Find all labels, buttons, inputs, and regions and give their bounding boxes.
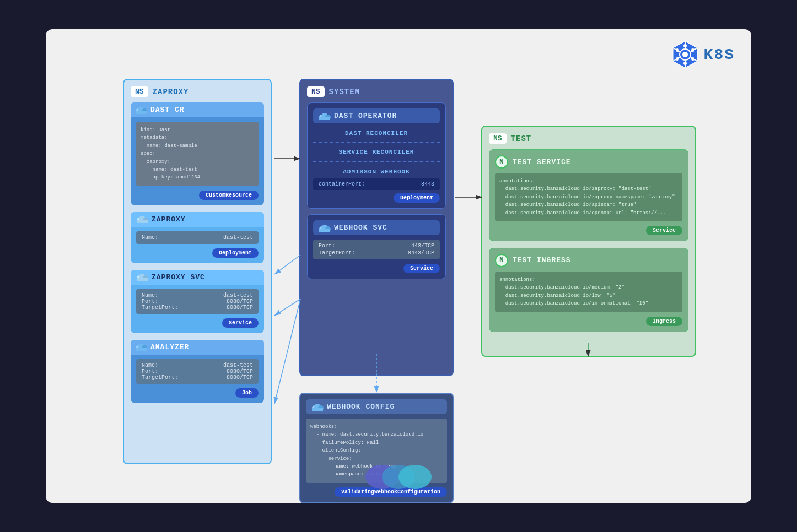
k8s-icon	[671, 40, 699, 69]
test-ingress-card: N TEST INGRESS annotations: dast.securit…	[489, 248, 688, 332]
dast-cr-card: DAST CR kind: Dast metadata: name: dast-…	[131, 102, 264, 205]
dast-operator-badge: Deployment	[394, 193, 440, 203]
cloud-icon-analyzer	[135, 343, 147, 351]
analyzer-badge: Job	[235, 388, 259, 398]
dast-reconciler-label: DAST RECONCILER	[313, 128, 440, 139]
zaproxy-card: ZAPROXY Name: dast-test Deployment	[131, 212, 264, 263]
svg-rect-22	[137, 220, 148, 223]
analyzer-title: ANALYZER	[150, 343, 189, 351]
ns-system-badge: NS	[307, 86, 325, 97]
svg-rect-42	[312, 408, 323, 411]
divider2	[313, 161, 440, 162]
ns-system-title: SYSTEM	[329, 88, 360, 96]
service-reconciler-label: SERVICE RECONCILER	[313, 146, 440, 158]
banzai-logo	[363, 462, 434, 492]
dast-operator-card: DAST OPERATOR DAST RECONCILER SERVICE RE…	[307, 102, 446, 209]
svg-line-48	[274, 299, 300, 316]
test-service-title: TEST SERVICE	[513, 158, 571, 166]
zaproxy-svc-card: ZAPROXY SVC Name: dast-test Port: 8080/T…	[131, 270, 264, 333]
dast-operator-title: DAST OPERATOR	[334, 112, 397, 120]
cloud-icon-webhook-svc	[319, 224, 331, 232]
zaproxy-name-row: Name: dast-test	[136, 231, 259, 244]
main-diagram: K8S NS ZAPROXY DAST CR kind: Dast metada…	[46, 29, 751, 503]
ns-test-badge: NS	[489, 133, 507, 144]
svg-rect-34	[319, 117, 330, 120]
svg-point-14	[676, 57, 679, 61]
webhook-svc-header: WEBHOOK SVC	[313, 220, 440, 235]
zaproxy-title: ZAPROXY	[152, 215, 186, 224]
dast-operator-header: DAST OPERATOR	[313, 108, 440, 123]
svg-rect-26	[137, 278, 148, 281]
webhook-svc-card: WEBHOOK SVC Port: 443/TCP TargetPort: 84…	[307, 214, 446, 279]
ns-test-title: TEST	[511, 134, 532, 143]
webhook-svc-title: WEBHOOK SVC	[334, 224, 387, 232]
webhook-config-header: WEBHOOK CONFIG	[306, 399, 447, 414]
k8s-label: K8S	[704, 46, 735, 63]
analyzer-card: ANALYZER Name: dast-test Port: 8080/TCP …	[131, 340, 264, 403]
svg-point-54	[399, 465, 432, 489]
k8s-logo: K8S	[671, 40, 735, 69]
svg-rect-38	[319, 229, 330, 232]
svg-rect-30	[136, 348, 147, 351]
svg-line-49	[274, 299, 300, 404]
test-ingress-body: annotations: dast.security.banzaicloud.i…	[495, 272, 682, 312]
zaproxy-svc-title: ZAPROXY SVC	[152, 273, 205, 281]
test-service-header: N TEST SERVICE	[495, 155, 682, 169]
ns-zaproxy-badge: NS	[131, 86, 148, 97]
zaproxy-svc-body: Name: dast-test Port: 8080/TCP TargetPor…	[136, 289, 259, 314]
zaproxy-badge: Deployment	[212, 248, 259, 258]
ns-test-header: NS TEST	[489, 133, 688, 144]
test-ingress-header: N TEST INGRESS	[495, 254, 682, 267]
cloud-icon-zaproxy-svc	[136, 273, 148, 281]
test-service-badge: Service	[646, 226, 682, 235]
banzai-icon	[363, 462, 434, 492]
divider1	[313, 142, 440, 143]
webhook-svc-badge: Service	[403, 264, 440, 273]
test-ingress-n-badge: N	[495, 254, 508, 267]
svg-point-10	[683, 62, 687, 65]
container-port-row: containerPort: 8443	[313, 178, 440, 190]
svg-point-12	[691, 57, 694, 61]
svg-point-13	[691, 48, 694, 52]
test-ingress-title: TEST INGRESS	[513, 256, 571, 264]
cloud-icon-dastcr	[135, 106, 147, 114]
ns-zaproxy-title: ZAPROXY	[153, 88, 189, 96]
svg-rect-18	[136, 111, 147, 114]
ns-test: NS TEST N TEST SERVICE annotations: dast…	[481, 126, 696, 357]
admisson-webhook-label: ADMISSON WEBHOOK	[313, 169, 440, 175]
zaproxy-svc-badge: Service	[222, 318, 259, 328]
cloud-icon-webhook-config	[311, 403, 324, 411]
ns-zaproxy-header: NS ZAPROXY	[131, 86, 264, 97]
analyzer-body: Name: dast-test Port: 8080/TCP TargetPor…	[136, 359, 259, 384]
ns-zaproxy: NS ZAPROXY DAST CR kind: Dast metadata: …	[123, 79, 272, 464]
svg-point-8	[682, 52, 688, 57]
cloud-icon-dast-operator	[319, 112, 331, 120]
svg-point-9	[683, 44, 687, 47]
webhook-config-title: WEBHOOK CONFIG	[327, 403, 395, 411]
svg-point-11	[676, 48, 679, 52]
test-ingress-badge: Ingress	[646, 317, 682, 326]
test-service-n-badge: N	[495, 155, 508, 169]
test-service-body: annotations: dast.security.banzaicloud.i…	[495, 173, 682, 221]
dast-cr-badge: CustomResource	[199, 191, 259, 200]
dast-cr-body: kind: Dast metadata: name: dast-sample s…	[136, 122, 259, 186]
svg-line-47	[274, 255, 300, 274]
webhook-svc-body: Port: 443/TCP TargetPort: 8443/TCP	[313, 240, 440, 259]
dast-cr-title: DAST CR	[150, 106, 185, 114]
admisson-webhook-section: ADMISSON WEBHOOK containerPort: 8443	[313, 165, 440, 190]
ns-system: NS SYSTEM DAST OPERATOR DAST RECONCILER …	[299, 79, 454, 376]
ns-system-header: NS SYSTEM	[307, 86, 446, 97]
cloud-icon-zaproxy	[136, 215, 148, 223]
test-service-card: N TEST SERVICE annotations: dast.securit…	[489, 149, 688, 241]
